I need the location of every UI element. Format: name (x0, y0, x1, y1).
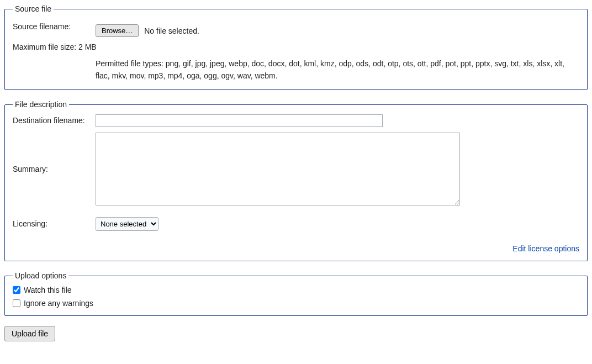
destination-filename-label: Destination filename: (13, 114, 96, 125)
summary-textarea[interactable] (96, 133, 460, 205)
ignore-warnings-checkbox[interactable] (13, 299, 20, 307)
licensing-label: Licensing: (13, 217, 96, 228)
licensing-select[interactable]: None selected (96, 217, 158, 231)
permitted-file-types-text: Permitted file types: png, gif, jpg, jpe… (96, 58, 579, 82)
file-status-text: No file selected. (144, 27, 199, 35)
max-file-size-text: Maximum file size: 2 MB (13, 43, 579, 51)
edit-license-options-link[interactable]: Edit license options (512, 244, 579, 253)
source-file-legend: Source file (13, 4, 54, 13)
watch-file-checkbox[interactable] (13, 286, 20, 294)
destination-filename-input[interactable] (96, 114, 383, 127)
upload-options-fieldset: Upload options Watch this file Ignore an… (4, 271, 588, 316)
source-file-fieldset: Source file Source filename: Browse… No … (4, 4, 588, 90)
file-description-legend: File description (13, 100, 69, 109)
source-filename-label: Source filename: (13, 19, 96, 33)
upload-options-legend: Upload options (13, 271, 68, 280)
summary-label: Summary: (13, 133, 96, 173)
watch-file-label[interactable]: Watch this file (24, 286, 72, 294)
ignore-warnings-label[interactable]: Ignore any warnings (24, 299, 93, 308)
upload-file-button[interactable]: Upload file (4, 326, 55, 341)
file-description-fieldset: File description Destination filename: S… (4, 100, 588, 261)
browse-button[interactable]: Browse… (96, 24, 139, 37)
